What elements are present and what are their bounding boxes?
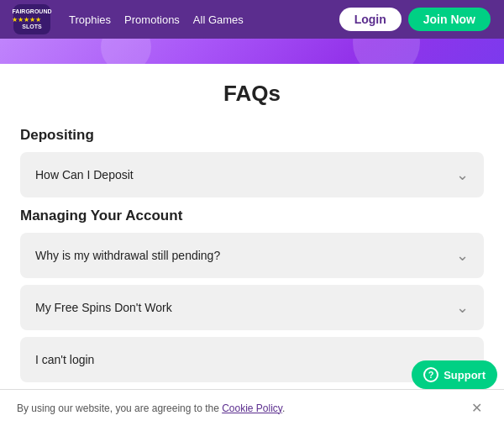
faq-item-deposit-label: How Can I Deposit: [35, 168, 134, 181]
banner-circle-left: [101, 39, 151, 64]
cookie-policy-link[interactable]: Cookie Policy: [222, 402, 282, 414]
faq-item-free-spins-label: My Free Spins Don't Work: [35, 301, 172, 314]
logo-text-line1: FAIRGROUND: [12, 8, 51, 15]
chevron-down-icon: ⌄: [456, 246, 469, 265]
cookie-text-before: By using our website, you are agreeing t…: [17, 402, 222, 414]
nav-trophies[interactable]: Trophies: [69, 13, 111, 26]
section-title-managing: Managing Your Account: [20, 208, 484, 224]
logo-text-line3: SLOTS: [12, 24, 51, 30]
login-button[interactable]: Login: [339, 8, 402, 31]
nav-promotions[interactable]: Promotions: [124, 13, 180, 26]
faq-item-withdrawal-label: Why is my withdrawal still pending?: [35, 249, 220, 262]
banner-area: [0, 39, 504, 64]
logo[interactable]: FAIRGROUND ★★★★★ SLOTS: [13, 4, 55, 34]
page-title: FAQs: [20, 81, 484, 107]
header-buttons: Login Join Now: [339, 8, 491, 31]
cookie-banner: By using our website, you are agreeing t…: [0, 389, 504, 426]
cookie-text: By using our website, you are agreeing t…: [17, 402, 456, 414]
support-icon: ?: [423, 367, 438, 382]
faq-item-login-label: I can't login: [35, 353, 94, 366]
logo-box: FAIRGROUND ★★★★★ SLOTS: [13, 4, 50, 34]
nav-links: Trophies Promotions All Games: [69, 13, 339, 26]
faq-item-deposit[interactable]: How Can I Deposit ⌄: [20, 152, 484, 197]
section-depositing: Depositing How Can I Deposit ⌄: [20, 127, 484, 197]
cookie-text-end: .: [282, 402, 285, 414]
faq-item-free-spins[interactable]: My Free Spins Don't Work ⌄: [20, 285, 484, 330]
nav-all-games[interactable]: All Games: [193, 13, 244, 26]
support-label: Support: [444, 369, 486, 381]
chevron-down-icon: ⌄: [456, 298, 469, 317]
chevron-down-icon: ⌄: [456, 166, 469, 184]
join-button[interactable]: Join Now: [408, 8, 491, 31]
support-button[interactable]: ? Support: [412, 360, 497, 389]
faq-item-withdrawal[interactable]: Why is my withdrawal still pending? ⌄: [20, 233, 484, 278]
header: FAIRGROUND ★★★★★ SLOTS Trophies Promotio…: [0, 0, 504, 39]
banner-circle-right: [353, 39, 420, 64]
cookie-close-button[interactable]: ✕: [466, 398, 487, 418]
logo-stars: ★★★★★: [12, 16, 51, 24]
section-title-depositing: Depositing: [20, 127, 484, 144]
